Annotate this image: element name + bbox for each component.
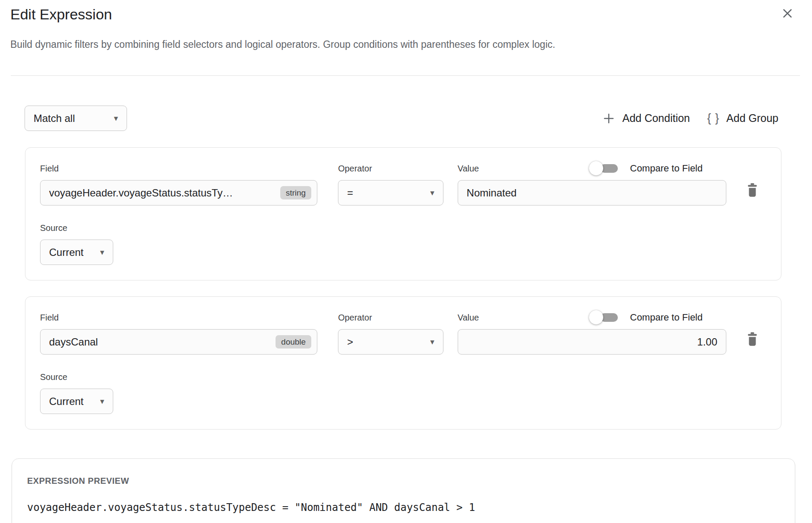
braces-icon: { } [707, 112, 720, 125]
field-value: daysCanal [49, 336, 98, 348]
field-value: voyageHeader.voyageStatus.statusTy… [49, 187, 233, 199]
source-select[interactable]: Current ▾ [40, 389, 113, 414]
edit-expression-dialog: Edit Expression Build dynamic filters by… [0, 0, 812, 523]
chevron-down-icon: ▾ [100, 397, 104, 405]
header-divider [11, 75, 800, 76]
match-mode-value: Match all [34, 112, 75, 125]
dialog-description: Build dynamic filters by combining field… [10, 38, 802, 51]
add-condition-button[interactable]: Add Condition [602, 112, 690, 125]
condition-card: Field voyageHeader.voyageStatus.statusTy… [25, 147, 781, 280]
operator-value: = [347, 187, 353, 199]
type-badge: double [276, 335, 311, 349]
field-input[interactable]: daysCanal double [40, 329, 317, 355]
compare-to-field-toggle[interactable] [589, 310, 618, 325]
toggle-thumb [589, 161, 603, 175]
source-label: Source [40, 223, 67, 233]
operator-label: Operator [338, 313, 372, 323]
dialog-header: Edit Expression Build dynamic filters by… [0, 0, 812, 51]
close-icon [780, 6, 795, 21]
delete-condition-button[interactable] [745, 182, 759, 198]
type-badge: string [280, 186, 311, 199]
value-label: Value [458, 164, 479, 174]
chevron-down-icon: ▾ [100, 248, 104, 256]
value-label: Value [458, 313, 479, 323]
chevron-down-icon: ▾ [114, 114, 118, 122]
field-label: Field [40, 164, 59, 174]
delete-condition-button[interactable] [745, 331, 759, 347]
field-label: Field [40, 313, 59, 323]
operator-value: > [347, 336, 353, 348]
source-label: Source [40, 372, 67, 382]
expression-preview-heading: EXPRESSION PREVIEW [27, 476, 782, 486]
expression-toolbar: Match all ▾ Add Condition { } Add Group [25, 106, 778, 131]
add-group-label: Add Group [726, 112, 778, 125]
expression-preview-panel: EXPRESSION PREVIEW voyageHeader.voyageSt… [12, 458, 795, 523]
trash-icon [745, 331, 759, 347]
chevron-down-icon: ▾ [430, 189, 434, 197]
toggle-thumb [589, 310, 603, 324]
plus-icon [602, 112, 615, 125]
compare-to-field-toggle[interactable] [589, 161, 618, 176]
compare-to-field-label: Compare to Field [630, 163, 703, 174]
trash-icon [745, 182, 759, 198]
source-select[interactable]: Current ▾ [40, 240, 113, 265]
value-input[interactable] [458, 180, 726, 205]
value-input[interactable] [458, 329, 726, 355]
chevron-down-icon: ▾ [430, 338, 434, 346]
page-title: Edit Expression [10, 4, 112, 24]
source-value: Current [49, 395, 84, 408]
expression-text: voyageHeader.voyageStatus.statusTypeDesc… [27, 501, 782, 514]
source-value: Current [49, 246, 84, 258]
condition-card: Field daysCanal double Operator > ▾ Valu… [25, 296, 781, 430]
compare-to-field-label: Compare to Field [630, 312, 703, 323]
add-condition-label: Add Condition [622, 112, 690, 125]
operator-select[interactable]: = ▾ [338, 180, 443, 205]
field-input[interactable]: voyageHeader.voyageStatus.statusTy… stri… [40, 180, 317, 205]
operator-select[interactable]: > ▾ [338, 329, 443, 355]
add-group-button[interactable]: { } Add Group [707, 112, 778, 125]
match-mode-select[interactable]: Match all ▾ [25, 106, 127, 131]
close-button[interactable] [780, 6, 795, 21]
operator-label: Operator [338, 164, 372, 174]
